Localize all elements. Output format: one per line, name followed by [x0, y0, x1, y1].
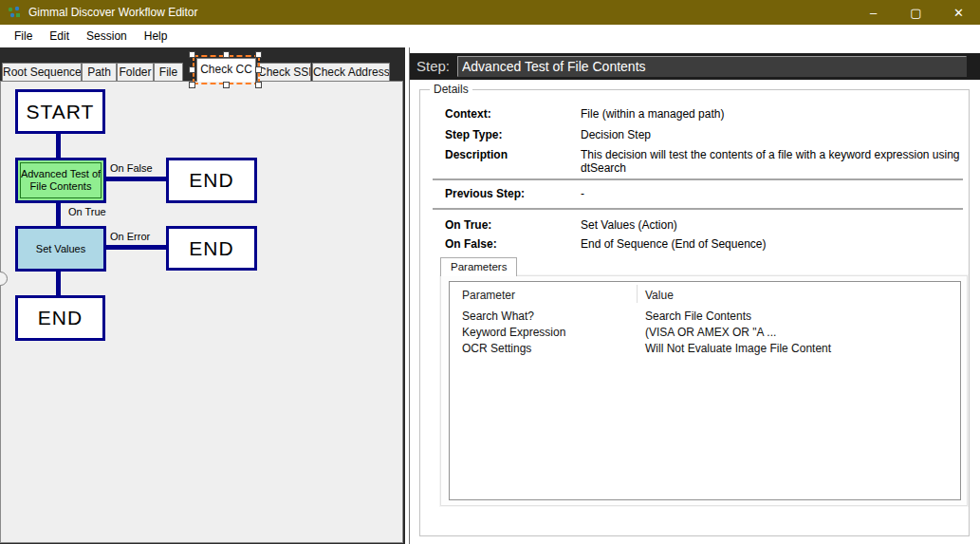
on-true-value: Set Values (Action)	[581, 218, 677, 232]
menu-help[interactable]: Help	[136, 26, 176, 47]
separator	[433, 208, 963, 210]
selection-handle[interactable]	[223, 51, 230, 58]
menu-session[interactable]: Session	[78, 26, 136, 47]
node-end-final[interactable]: END	[15, 295, 105, 341]
selection-handle[interactable]	[189, 66, 195, 73]
step-details-panel: Step: Details Context: File (within a ma…	[409, 47, 980, 544]
column-header-parameter[interactable]: Parameter	[462, 289, 515, 302]
param-cell[interactable]: OCR Settings	[462, 342, 531, 355]
details-groupbox: Details Context: File (within a managed …	[419, 89, 970, 536]
splitter-handle[interactable]	[0, 272, 8, 286]
step-type-value: Decision Step	[581, 128, 651, 141]
step-type-label: Step Type:	[445, 128, 502, 141]
selection-handle[interactable]	[189, 51, 195, 58]
selection-handle[interactable]	[223, 82, 230, 88]
on-true-label: On True:	[445, 218, 491, 232]
edge-label-on-false: On False	[110, 162, 153, 174]
value-cell[interactable]: Will Not Evaluate Image File Content	[645, 342, 831, 355]
menu-file[interactable]: File	[6, 26, 41, 47]
selection-handle[interactable]	[255, 82, 262, 88]
edge-label-on-true: On True	[68, 206, 106, 217]
connector-on-true	[56, 203, 61, 226]
details-groupbox-label: Details	[430, 83, 472, 96]
tab-check-cc[interactable]: Check CC	[196, 58, 256, 82]
tab-path[interactable]: Path	[82, 63, 117, 81]
app-window: Gimmal Discover Workflow Editor – ▢ ✕ Fi…	[0, 0, 980, 544]
node-set-values[interactable]: Set Values	[15, 226, 106, 272]
description-label: Description	[445, 148, 508, 161]
node-end-on-false[interactable]: END	[166, 158, 257, 203]
tab-folder[interactable]: Folder	[117, 63, 154, 81]
value-cell[interactable]: (VISA OR AMEX OR "A ...	[645, 326, 776, 339]
node-advanced-test[interactable]: Advanced Test of File Contents	[15, 158, 106, 203]
column-header-value[interactable]: Value	[645, 289, 674, 302]
window-controls: – ▢ ✕	[852, 0, 980, 25]
on-false-label: On False:	[445, 237, 497, 251]
parameters-tab-page: Parameter Value Search What? Search File…	[440, 275, 968, 506]
context-value: File (within a managed path)	[581, 107, 724, 121]
selection-handle[interactable]	[255, 51, 262, 58]
workflow-canvas[interactable]: START Advanced Test of File Contents On …	[0, 81, 403, 543]
step-label: Step:	[416, 53, 450, 80]
param-cell[interactable]: Search What?	[462, 310, 534, 323]
menu-edit[interactable]: Edit	[41, 26, 78, 47]
selection-handle[interactable]	[255, 66, 262, 73]
tab-root-sequence[interactable]: Root Sequence	[2, 63, 82, 81]
app-icon	[7, 5, 22, 20]
tab-check-address[interactable]: Check Address	[312, 63, 390, 81]
edge-label-on-error: On Error	[110, 231, 150, 242]
workflow-tab-control: Root Sequence Path Folder File Check CC …	[0, 47, 405, 544]
value-cell[interactable]: Search File Contents	[645, 310, 751, 323]
connector-start-to-decision	[56, 134, 61, 158]
description-value: This decision will test the contents of …	[581, 148, 980, 175]
previous-step-value: -	[581, 187, 584, 200]
connector-to-final-end	[56, 272, 61, 295]
close-button[interactable]: ✕	[937, 0, 980, 25]
step-title-input[interactable]	[457, 56, 967, 77]
selection-handle[interactable]	[189, 82, 195, 88]
context-label: Context:	[445, 107, 491, 121]
window-title: Gimmal Discover Workflow Editor	[28, 6, 197, 19]
node-start[interactable]: START	[15, 89, 105, 134]
connector-on-false	[106, 177, 166, 181]
connector-on-error	[106, 245, 166, 250]
maximize-button[interactable]: ▢	[895, 0, 937, 25]
separator	[433, 178, 963, 180]
node-end-on-error[interactable]: END	[166, 226, 257, 271]
parameters-tab[interactable]: Parameters	[440, 257, 517, 276]
step-header-bar: Step:	[410, 53, 980, 80]
parameters-list[interactable]: Parameter Value Search What? Search File…	[449, 281, 961, 500]
tab-check-ssn[interactable]: Check SSN	[257, 63, 311, 81]
on-false-value: End of Sequence (End of Sequence)	[581, 237, 766, 251]
tab-file[interactable]: File	[154, 63, 183, 81]
menu-bar: File Edit Session Help	[0, 25, 980, 47]
param-cell[interactable]: Keyword Expression	[462, 326, 565, 339]
minimize-button[interactable]: –	[852, 0, 895, 25]
previous-step-label: Previous Step:	[445, 187, 525, 200]
column-separator	[637, 285, 638, 303]
title-bar: Gimmal Discover Workflow Editor – ▢ ✕	[0, 0, 980, 25]
